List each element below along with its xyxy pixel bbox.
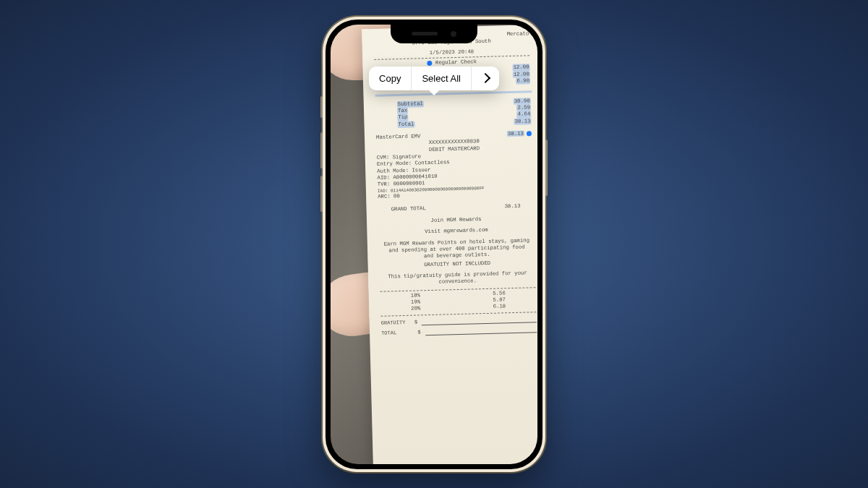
volume-up-button [320, 132, 323, 168]
iphone-frame: Mercato 3770 Las Vegas Blvd South 1/5/20… [323, 17, 545, 472]
speaker-grille [412, 32, 438, 35]
rewards-line: Join MGM Rewards [378, 215, 534, 226]
notch [391, 25, 477, 43]
stage-background: Mercato 3770 Las Vegas Blvd South 1/5/20… [0, 0, 868, 488]
total-field: TOTAL $ [381, 325, 537, 336]
receipt-paper[interactable]: Mercato 3770 Las Vegas Blvd South 1/5/20… [362, 25, 537, 464]
gratuity-field: GRATUITY $ [381, 314, 537, 326]
phone-screen[interactable]: Mercato 3770 Las Vegas Blvd South 1/5/20… [331, 25, 537, 464]
more-actions-button[interactable] [472, 67, 499, 90]
copy-button[interactable]: Copy [369, 67, 411, 90]
tip-guide-note: This tip/gratuity guide is provided for … [380, 270, 535, 287]
chevron-right-icon [480, 73, 490, 83]
volume-down-button [320, 176, 323, 212]
rewards-url: Visit mgmrewards.com [378, 226, 534, 236]
front-camera [451, 31, 456, 37]
select-all-button[interactable]: Select All [412, 67, 470, 90]
power-button [545, 140, 548, 196]
grand-total-row: GRAND TOTAL38.13 [378, 202, 534, 213]
mute-switch [320, 96, 323, 118]
text-selection-menu: Copy Select All [369, 67, 499, 90]
rewards-blurb: Earn MGM Rewards Points on hotel stays, … [379, 236, 535, 261]
